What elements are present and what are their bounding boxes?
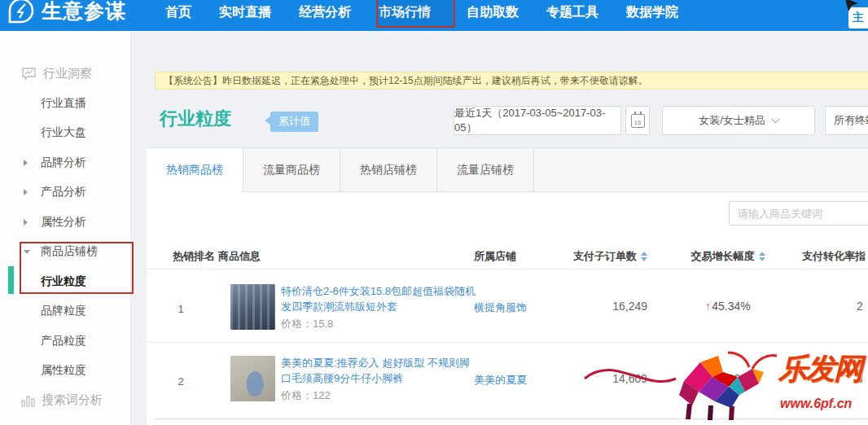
sidebar-item-label: 品牌分析: [41, 156, 86, 170]
sidebar-item-industry-live[interactable]: 行业直播: [0, 89, 130, 119]
sidebar-item-label: 产品分析: [41, 185, 86, 199]
sidebar-item-industry-granularity[interactable]: 行业粒度: [0, 267, 130, 297]
brand[interactable]: 生意参谋: [7, 0, 126, 25]
sidebar-heading-label: 行业洞察: [43, 66, 92, 81]
mouse-cursor-icon: [844, 0, 860, 11]
chevron-down-icon: [24, 250, 30, 254]
sidebar-item-industry-overview[interactable]: 行业大盘: [0, 118, 130, 148]
table-row: 1 特价清仓2-6件女装15.8包邮超值福袋随机发四季款潮流韩版短外套 价格：1…: [147, 274, 868, 343]
calendar-button[interactable]: 16: [625, 106, 650, 135]
nav-item-home[interactable]: 首页: [165, 4, 191, 21]
product-info: 特价清仓2-6件女装15.8包邮超值福袋随机发四季款潮流韩版短外套 价格：15.…: [281, 283, 476, 331]
chevron-right-icon: [24, 219, 28, 226]
tab-traffic-products[interactable]: 流量商品榜: [243, 148, 340, 191]
header-shop: 所属店铺: [474, 244, 516, 269]
sidebar-item-label: 属性粒度: [41, 363, 86, 378]
sidebar-item-label: 行业粒度: [41, 274, 86, 289]
sidebar-item-product-shop-ranking[interactable]: 商品店铺榜: [0, 237, 130, 267]
header-orders: 支付子订单数: [546, 244, 647, 269]
nav-item-operation[interactable]: 经营分析: [299, 4, 351, 21]
sidebar-item-attribute-granularity[interactable]: 属性粒度: [0, 356, 130, 386]
category-select[interactable]: 女装/女士精品: [662, 106, 815, 135]
chevron-right-icon: [24, 160, 28, 166]
top-navbar: 生意参谋 首页 实时直播 经营分析 市场行情 自助取数 专题工具 数据学院 主: [0, 0, 868, 31]
sidebar-item-brand-analysis[interactable]: 品牌分析: [0, 148, 130, 178]
header-conversion: 支付转化率指: [802, 244, 868, 269]
shop-link[interactable]: 美美的夏夏: [474, 373, 527, 388]
chevron-right-icon: [24, 189, 28, 195]
category-label: 女装/女士精品: [699, 113, 765, 128]
sidebar-heading-industry-insight[interactable]: 行业洞察: [0, 59, 130, 89]
header-growth-label: 交易增长幅度: [691, 244, 755, 269]
active-item-indicator: [8, 266, 14, 294]
growth-flat-icon: —: [705, 372, 717, 385]
growth-up-icon: ↑: [705, 300, 711, 313]
sidebar-item-label: 行业大盘: [41, 125, 86, 140]
conversion-value: 3: [857, 372, 868, 385]
product-title-link[interactable]: 美美的夏夏:推荐必入 超好版型 不规则脚口毛须高腰9分牛仔小脚裤: [281, 355, 476, 386]
date-range-select[interactable]: 最近1天（2017-03-05~2017-03-05）: [454, 106, 621, 135]
bar-chart-icon: [21, 394, 35, 407]
sidebar-heading-label: 搜索词分析: [42, 392, 103, 408]
sort-icon[interactable]: [759, 252, 765, 261]
sidebar-item-label: 属性分析: [41, 215, 86, 230]
sort-icon[interactable]: [641, 252, 647, 261]
sidebar-item-label: 品牌粒度: [41, 304, 86, 318]
product-price: 价格：122: [281, 388, 476, 403]
header-divider: [147, 269, 868, 269]
nav-item-live[interactable]: 实时直播: [219, 4, 271, 21]
growth-cell: ↑45.34%: [689, 300, 767, 313]
terminal-label: 所有终端: [834, 113, 868, 128]
sidebar-heading-search-words[interactable]: 搜索词分析: [0, 386, 130, 416]
tab-traffic-shops[interactable]: 流量店铺榜: [437, 148, 534, 191]
nav-item-academy[interactable]: 数据学院: [626, 4, 678, 21]
header-growth: 交易增长幅度: [676, 244, 780, 269]
sidebar-item-brand-granularity[interactable]: 品牌粒度: [0, 296, 130, 326]
calendar-icon: 16: [631, 114, 645, 128]
calendar-day-number: 16: [634, 119, 642, 127]
growth-value: 45.34%: [712, 300, 750, 313]
content-panel: 热销排名 商品信息 所属店铺 支付子订单数 交易增长幅度 支付转化率指 1 特价…: [147, 192, 868, 425]
orders-value: 16,249: [570, 300, 647, 313]
product-image[interactable]: [230, 284, 275, 330]
sidebar-item-product-granularity[interactable]: 产品粒度: [0, 326, 130, 357]
product-price: 价格：15.8: [281, 317, 476, 331]
sidebar-item-label: 商品店铺榜: [41, 244, 98, 259]
conversion-value: 2: [857, 300, 868, 313]
table-row: 2 美美的夏夏:推荐必入 超好版型 不规则脚口毛须高腰9分牛仔小脚裤 价格：12…: [147, 343, 868, 418]
sidebar-item-label: 行业直播: [41, 96, 86, 111]
growth-cell: —0.00%: [689, 372, 767, 385]
sidebar-item-label: 产品粒度: [41, 334, 86, 348]
header-orders-label: 支付子订单数: [573, 244, 637, 269]
nav-item-data-fetch[interactable]: 自助取数: [467, 4, 519, 21]
growth-value: 0.00%: [718, 372, 751, 385]
nav-item-market[interactable]: 市场行情: [379, 4, 431, 21]
header-product: 商品信息: [218, 244, 261, 269]
product-title-link[interactable]: 特价清仓2-6件女装15.8包邮超值福袋随机发四季款潮流韩版短外套: [281, 283, 476, 314]
orders-value: 14,609: [570, 372, 647, 385]
screen: 生意参谋 首页 实时直播 经营分析 市场行情 自助取数 专题工具 数据学院 主 …: [0, 0, 868, 425]
date-range-label: 最近1天（2017-03-05~2017-03-05）: [454, 106, 620, 135]
sidebar-item-product-analysis[interactable]: 产品分析: [0, 177, 130, 208]
product-info: 美美的夏夏:推荐必入 超好版型 不规则脚口毛须高腰9分牛仔小脚裤 价格：122: [281, 355, 476, 403]
header-rank: 热销排名: [173, 244, 215, 269]
tab-hot-shops[interactable]: 热销店铺榜: [340, 148, 437, 191]
nav-item-tools[interactable]: 专题工具: [546, 4, 598, 21]
page-title: 行业粒度: [160, 107, 231, 131]
rank-value: 2: [171, 375, 191, 388]
rank-value: 1: [171, 303, 191, 315]
sidebar: 行业洞察 行业直播 行业大盘 品牌分析 产品分析 属性分析 商品店铺榜 行业粒度…: [0, 31, 131, 425]
chevron-down-icon: [771, 115, 779, 123]
tab-hot-products[interactable]: 热销商品榜: [147, 148, 243, 192]
ranking-tabs: 热销商品榜 流量商品榜 热销店铺榜 流量店铺榜: [147, 147, 868, 192]
shop-link[interactable]: 横提角服饰: [474, 300, 527, 315]
sidebar-item-attribute-analysis[interactable]: 属性分析: [0, 208, 130, 238]
system-announcement: 【系统公告】昨日数据延迟，正在紧急处理中，预计12-15点期间陆续产出，建议稍后…: [155, 72, 868, 90]
insight-chart-bubble-icon: [21, 67, 37, 81]
cumulative-badge: 累计值: [270, 112, 318, 132]
search-input[interactable]: [729, 201, 868, 226]
table-bottom-divider: [155, 418, 868, 419]
product-image[interactable]: [230, 356, 275, 401]
brand-name: 生意参谋: [42, 0, 126, 24]
terminal-select[interactable]: 所有终端: [825, 106, 868, 135]
